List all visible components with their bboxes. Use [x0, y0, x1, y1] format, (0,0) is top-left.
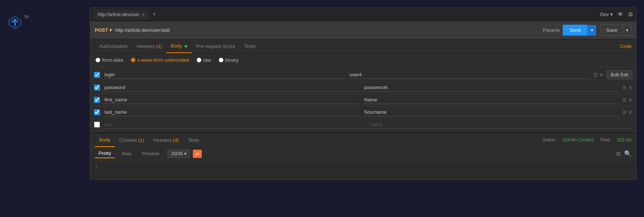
active-tab[interactable]: http://article.dev/user ×	[93, 10, 149, 19]
send-btn-group: Send ▾	[563, 25, 596, 36]
format-tab-pretty[interactable]: Pretty	[95, 149, 115, 158]
send-dropdown-button[interactable]: ▾	[587, 25, 596, 36]
tm-label: TM	[23, 15, 28, 19]
time-label: Time:	[600, 137, 611, 143]
row-empty-key[interactable]	[103, 120, 366, 129]
row-lastname-checkbox[interactable]	[94, 109, 100, 115]
radio-binary-input[interactable]	[219, 58, 224, 62]
response-tabs: Body Cookies (1) Headers (4) Tests Statu…	[90, 132, 636, 147]
row-login-actions: ☰ ✕	[593, 72, 604, 78]
row-lastname-value[interactable]	[363, 108, 620, 116]
res-tab-cookies[interactable]: Cookies (1)	[115, 134, 149, 147]
table-row: ☰ ✕	[90, 106, 636, 119]
url-input[interactable]	[115, 27, 540, 33]
urlencoded-label: x-www-form-urlencoded	[137, 57, 189, 63]
method-button[interactable]: POST ▾	[95, 27, 112, 33]
body-type-row: form-data x-www-form-urlencoded raw bina…	[90, 54, 636, 67]
row-lastname-menu-icon[interactable]: ☰	[622, 110, 627, 115]
save-btn-group: Save ▾	[601, 24, 632, 36]
radio-urlencoded-input[interactable]	[131, 58, 136, 62]
env-bar: Dev ▾ 👁 ⚙	[600, 11, 633, 18]
send-button[interactable]: Send	[563, 25, 587, 36]
row-firstname-value[interactable]	[363, 96, 620, 104]
time-value: 202 ms	[617, 137, 632, 143]
radio-raw-input[interactable]	[197, 58, 201, 62]
res-tab-body[interactable]: Body	[95, 133, 115, 147]
cookies-badge: (1)	[138, 137, 144, 143]
row-firstname-actions: ☰ ✕	[622, 97, 632, 103]
request-tabs: Authorization Headers (1) Body Pre-reque…	[90, 39, 636, 54]
form-area: ☰ ✕ Bulk Edit ☰ ✕ ☰ ✕	[90, 67, 636, 132]
row-login-delete-icon[interactable]: ✕	[599, 72, 604, 78]
row-login-checkbox[interactable]	[94, 72, 100, 78]
table-row: ☰ ✕	[90, 94, 636, 106]
res-tab-headers[interactable]: Headers (4)	[149, 134, 183, 147]
main-window: http://article.dev/user × + Dev ▾ 👁 ⚙ PO…	[90, 7, 637, 180]
format-select[interactable]: JSON ▾	[167, 150, 190, 158]
logo-icon	[7, 15, 22, 30]
radio-binary[interactable]: binary	[219, 57, 239, 63]
method-label: POST	[95, 27, 108, 33]
save-button[interactable]: Save	[601, 24, 623, 36]
row-password-key[interactable]	[103, 83, 360, 92]
status-label: Status:	[543, 137, 556, 143]
tab-headers[interactable]: Headers (1)	[132, 40, 166, 53]
headers-badge: (1)	[157, 44, 162, 49]
logo-area: TM	[0, 7, 90, 37]
format-chevron-icon: ▾	[184, 151, 186, 156]
row-password-actions: ☰ ✕	[622, 85, 632, 91]
format-tab-preview[interactable]: Preview	[138, 149, 163, 158]
row-login-value[interactable]	[348, 71, 590, 79]
row-lastname-key[interactable]	[103, 108, 360, 116]
row-password-checkbox[interactable]	[94, 85, 100, 91]
radio-urlencoded[interactable]: x-www-form-urlencoded	[131, 57, 189, 63]
env-select[interactable]: Dev ▾	[600, 12, 613, 17]
res-headers-badge: (4)	[173, 137, 179, 143]
code-content[interactable]	[104, 164, 632, 177]
res-tab-tests[interactable]: Tests	[183, 134, 204, 147]
row-empty-value[interactable]	[369, 120, 632, 129]
format-tab-raw[interactable]: Raw	[118, 149, 135, 158]
tab-pre-request[interactable]: Pre-request Script	[192, 40, 240, 53]
row-login-key[interactable]	[103, 71, 345, 79]
code-link[interactable]: Code	[620, 43, 632, 49]
tab-body[interactable]: Body	[166, 39, 191, 53]
table-row: ☰ ✕ Bulk Edit	[90, 68, 636, 82]
row-firstname-checkbox[interactable]	[94, 97, 100, 103]
row-firstname-menu-icon[interactable]: ☰	[622, 97, 627, 103]
tab-tests[interactable]: Tests	[240, 40, 260, 53]
wrap-icon[interactable]: ⇌	[193, 150, 202, 158]
tab-authorization[interactable]: Authorization	[95, 40, 132, 53]
search-button[interactable]: 🔍	[624, 150, 632, 157]
row-firstname-key[interactable]	[103, 96, 360, 104]
row-lastname-actions: ☰ ✕	[622, 110, 632, 115]
tab-add-btn[interactable]: +	[149, 10, 160, 18]
body-dot	[185, 45, 187, 48]
params-button[interactable]: Params	[543, 27, 560, 33]
radio-raw[interactable]: raw	[197, 57, 211, 63]
status-info: Status: 204 No Content Time: 202 ms	[543, 137, 632, 143]
row-login-menu-icon[interactable]: ☰	[593, 72, 598, 78]
bulk-edit-button[interactable]: Bulk Edit	[607, 70, 632, 79]
code-area: 1	[90, 161, 636, 180]
format-actions: ⧉ 🔍	[616, 150, 632, 157]
radio-form-data-input[interactable]	[95, 58, 100, 62]
row-lastname-delete-icon[interactable]: ✕	[628, 110, 632, 115]
env-label: Dev	[600, 12, 609, 17]
copy-button[interactable]: ⧉	[616, 150, 620, 157]
line-1: 1	[95, 164, 98, 169]
row-password-menu-icon[interactable]: ☰	[622, 85, 627, 91]
radio-form-data[interactable]: form-data	[95, 57, 123, 63]
gear-icon[interactable]: ⚙	[628, 11, 633, 18]
row-password-delete-icon[interactable]: ✕	[628, 85, 632, 91]
tab-url: http://article.dev/user	[98, 12, 139, 17]
table-row-empty	[90, 119, 636, 131]
format-bar: Pretty Raw Preview JSON ▾ ⇌ ⧉ 🔍	[90, 147, 636, 161]
eye-icon[interactable]: 👁	[617, 11, 623, 18]
row-empty-checkbox[interactable]	[94, 122, 100, 128]
table-row: ☰ ✕	[90, 82, 636, 94]
row-firstname-delete-icon[interactable]: ✕	[628, 97, 632, 103]
tab-close-btn[interactable]: ×	[142, 12, 145, 17]
save-dropdown-button[interactable]: ▾	[623, 25, 632, 36]
row-password-value[interactable]	[363, 83, 620, 92]
